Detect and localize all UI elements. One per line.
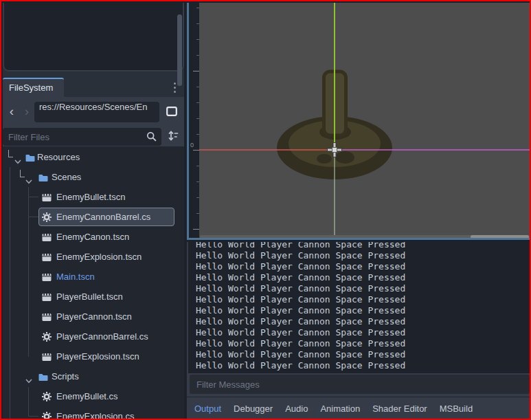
viewport-canvas[interactable] xyxy=(199,3,531,238)
ruler-major-tick xyxy=(193,71,199,71)
viewport-hscrollbar-handle[interactable] xyxy=(471,235,529,238)
csharp-script-icon xyxy=(42,332,52,342)
tree-item-scenes[interactable]: Scenes xyxy=(3,167,184,187)
filesystem-tree: ResourcesScenesEnemyBullet.tscnEnemyCann… xyxy=(3,146,184,420)
console-line: Hello World Player Cannon Space Pressed xyxy=(196,360,531,371)
tree-item-playercannonbarrel-cs[interactable]: PlayerCannonBarrel.cs xyxy=(3,327,184,346)
current-path-field[interactable]: res://Resources/Scenes/En xyxy=(34,102,159,122)
chevron-down-icon[interactable] xyxy=(25,379,32,384)
tree-item-label: PlayerCannon.tscn xyxy=(56,311,132,322)
forward-arrow-icon[interactable]: › xyxy=(21,102,33,122)
scene-icon xyxy=(42,193,52,202)
tree-item-label: Scenes xyxy=(52,172,81,182)
console-line: Hello World Player Cannon Space Pressed xyxy=(196,250,531,261)
scene-icon xyxy=(42,293,52,302)
empty-dock-panel xyxy=(3,3,184,71)
tree-item-label: EnemyBullet.cs xyxy=(56,391,118,401)
tree-item-label: Resources xyxy=(37,152,80,162)
tree-item-playerexplosion-tscn[interactable]: PlayerExplosion.tscn xyxy=(3,346,184,366)
tree-item-label: EnemyExplosion.tscn xyxy=(56,252,142,262)
folder-icon xyxy=(25,154,35,162)
tree-item-label: PlayerBullet.tscn xyxy=(56,291,123,302)
filesystem-filter-row xyxy=(3,127,184,147)
tree-item-main-tscn[interactable]: Main.tscn xyxy=(3,267,184,287)
tree-item-playercannon-tscn[interactable]: PlayerCannon.tscn xyxy=(3,307,184,327)
console-line: Hello World Player Cannon Space Pressed xyxy=(196,294,531,305)
folder-icon xyxy=(38,373,48,382)
tree-item-label: EnemyCanon.tscn xyxy=(56,232,129,242)
tree-item-label: EnemyExplosion.cs xyxy=(56,411,134,420)
scene-icon xyxy=(42,313,52,322)
filesystem-toolbar: ‹ › res://Resources/Scenes/En xyxy=(3,97,184,127)
tree-item-enemyexplosion-tscn[interactable]: EnemyExplosion.tscn xyxy=(3,247,184,267)
console-line: Hello World Player Cannon Space Pressed xyxy=(196,272,531,283)
bottom-tab-animation[interactable]: Animation xyxy=(320,404,360,414)
filesystem-tab[interactable]: FileSystem xyxy=(3,78,64,97)
sort-files-icon[interactable] xyxy=(166,129,181,144)
console-line: Hello World Player Cannon Space Pressed xyxy=(196,338,531,349)
console-line: Hello World Player Cannon Space Pressed xyxy=(196,349,531,360)
vertical-ruler: 0 xyxy=(189,3,199,238)
output-console: Hello World Player Cannon Space PressedH… xyxy=(188,242,531,373)
console-line: Hello World Player Cannon Space Pressed xyxy=(196,316,531,327)
bottom-tab-debugger[interactable]: Debugger xyxy=(234,404,273,414)
cannon-base-hole xyxy=(317,154,332,164)
tree-item-label: PlayerCannonBarrel.cs xyxy=(56,331,148,342)
console-line: Hello World Player Cannon Space Pressed xyxy=(196,283,531,294)
tree-item-enemyexplosion-cs[interactable]: EnemyExplosion.cs xyxy=(3,406,184,420)
bottom-panel: Hello World Player Cannon Space PressedH… xyxy=(187,242,531,420)
tree-item-label: Main.tscn xyxy=(56,272,95,282)
scene-icon xyxy=(42,253,52,262)
filesystem-tab-strip: FileSystem xyxy=(3,78,184,97)
tree-item-label: EnemyCannonBarrel.cs xyxy=(56,212,150,222)
tree-item-label: Scripts xyxy=(52,371,79,382)
scene-icon xyxy=(42,273,52,282)
scene-icon xyxy=(42,233,52,242)
console-line: Hello World Player Cannon Space Pressed xyxy=(196,242,531,250)
viewport-2d[interactable]: 0 xyxy=(187,3,531,240)
ruler-major-tick xyxy=(193,150,199,151)
tree-item-enemycanon-tscn[interactable]: EnemyCanon.tscn xyxy=(3,227,184,247)
scene-icon xyxy=(42,353,52,362)
ruler-zero-label: 0 xyxy=(190,142,194,148)
filter-files-input[interactable] xyxy=(3,128,161,146)
toggle-split-mode-icon[interactable] xyxy=(163,104,180,120)
filter-messages-input[interactable] xyxy=(190,375,530,394)
cannon-scene xyxy=(199,3,531,238)
tree-item-label: EnemyBullet.tscn xyxy=(56,192,125,202)
tree-connector xyxy=(20,170,25,177)
tree-item-enemybullet-cs[interactable]: EnemyBullet.cs xyxy=(3,386,184,406)
chevron-down-icon[interactable] xyxy=(14,159,21,164)
bottom-tab-bar: OutputDebuggerAudioAnimationShader Edito… xyxy=(187,397,531,420)
csharp-script-icon xyxy=(42,212,52,222)
back-arrow-icon[interactable]: ‹ xyxy=(5,102,18,122)
ruler-major-tick xyxy=(193,229,199,230)
left-dock-column: FileSystem ‹ › res://Resources/Scenes/En xyxy=(3,3,184,420)
tree-item-enemycannonbarrel-cs[interactable]: EnemyCannonBarrel.cs xyxy=(3,207,184,227)
tree-item-label: PlayerExplosion.tscn xyxy=(56,351,139,362)
csharp-script-icon xyxy=(42,392,52,401)
godot-editor-window: FileSystem ‹ › res://Resources/Scenes/En xyxy=(0,0,531,420)
bottom-tab-output[interactable]: Output xyxy=(194,404,221,414)
csharp-script-icon xyxy=(42,412,52,420)
console-line: Hello World Player Cannon Space Pressed xyxy=(196,261,531,272)
tree-item-playerbullet-tscn[interactable]: PlayerBullet.tscn xyxy=(3,287,184,307)
bottom-tab-msbuild[interactable]: MSBuild xyxy=(440,404,473,414)
chevron-down-icon[interactable] xyxy=(25,179,32,184)
tree-connector xyxy=(8,150,13,157)
bottom-tab-audio[interactable]: Audio xyxy=(285,404,308,414)
bottom-tab-shader-editor[interactable]: Shader Editor xyxy=(372,404,427,414)
tree-item-scripts[interactable]: Scripts xyxy=(3,366,184,386)
console-line: Hello World Player Cannon Space Pressed xyxy=(196,327,531,338)
folder-icon xyxy=(38,174,48,182)
tree-item-resources[interactable]: Resources xyxy=(3,147,184,167)
filesystem-scrollbar[interactable] xyxy=(177,14,182,86)
console-line: Hello World Player Cannon Space Pressed xyxy=(196,305,531,316)
tree-item-enemybullet-tscn[interactable]: EnemyBullet.tscn xyxy=(3,187,184,207)
cannon-base-hole xyxy=(335,151,354,164)
